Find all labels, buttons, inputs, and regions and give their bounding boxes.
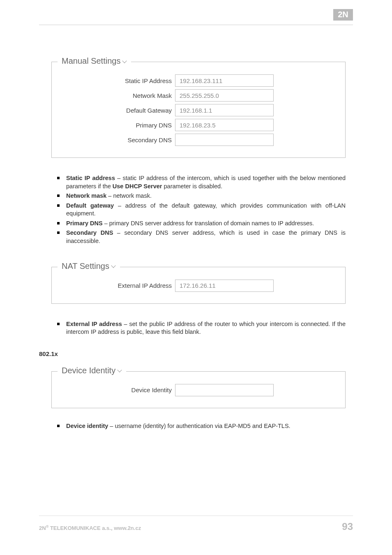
manual-settings-legend-text: Manual Settings [62,56,120,66]
footer-page-number: 93 [342,521,353,532]
external-ip-label: External IP Address [68,282,175,289]
bullet-gateway: Default gateway – address of the default… [66,202,346,218]
page-footer: 2N® TELEKOMUNIKACE a.s., www.2n.cz 93 [39,516,353,532]
device-identity-description-list: Device identity – username (identity) fo… [46,422,346,430]
manual-settings-panel: Manual Settings Static IP Address Networ… [51,62,346,158]
device-identity-label: Device Identity [68,386,175,393]
gateway-label: Default Gateway [68,107,175,114]
header-rule [39,25,353,25]
svg-text:2N: 2N [338,10,348,19]
bullet-netmask: Network mask – network mask. [66,192,346,200]
netmask-label: Network Mask [68,92,175,99]
nat-settings-legend[interactable]: NAT Settings [58,261,120,271]
device-identity-legend[interactable]: Device Identity [58,366,126,375]
chevron-down-icon [118,369,122,373]
bullet-device-identity: Device identity – username (identity) fo… [66,422,346,430]
manual-settings-legend[interactable]: Manual Settings [58,56,131,66]
static-ip-input[interactable] [175,74,274,87]
bullet-external-ip: External IP address – set the public IP … [66,320,346,336]
dns1-label: Primary DNS [68,122,175,129]
static-ip-label: Static IP Address [68,77,175,84]
section-heading-8021x: 802.1x [39,350,353,357]
dns2-input[interactable] [175,134,274,146]
device-identity-input[interactable] [175,384,274,396]
nat-settings-panel: NAT Settings External IP Address [51,267,346,304]
chevron-down-icon [123,60,127,64]
brand-logo-icon: 2N [333,9,353,21]
dns2-label: Secondary DNS [68,136,175,143]
gateway-input[interactable] [175,104,274,116]
nat-settings-description-list: External IP address – set the public IP … [46,320,346,336]
device-identity-legend-text: Device Identity [62,366,115,375]
nat-settings-legend-text: NAT Settings [62,261,109,271]
bullet-dns1: Primary DNS – primary DNS server address… [66,220,346,228]
device-identity-panel: Device Identity Device Identity [51,371,346,408]
bullet-dns2: Secondary DNS – secondary DNS server add… [66,229,346,245]
bullet-static-ip: Static IP address – static IP address of… [66,174,346,190]
dns1-input[interactable] [175,119,274,131]
footer-company: 2N® TELEKOMUNIKACE a.s., www.2n.cz [39,525,141,531]
manual-settings-description-list: Static IP address – static IP address of… [46,174,346,245]
external-ip-input[interactable] [175,280,274,292]
chevron-down-icon [112,264,116,268]
netmask-input[interactable] [175,89,274,102]
